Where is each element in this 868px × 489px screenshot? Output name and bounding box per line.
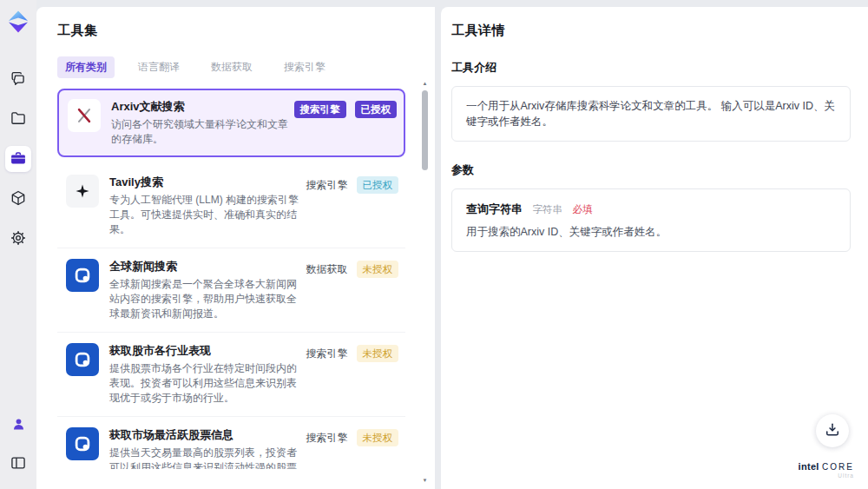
param-required-badge: 必填 [572,204,592,215]
app-logo-icon[interactable] [5,9,31,35]
tool-category-badge: 数据获取 [306,262,348,277]
param-type: 字符串 [532,204,562,215]
intro-text: 一个用于从Arxiv存储库搜索科学论文和文章的工具。 输入可以是Arxiv ID… [466,98,836,129]
detail-panel: 工具详情 工具介绍 一个用于从Arxiv存储库搜索科学论文和文章的工具。 输入可… [441,7,868,489]
tool-card[interactable]: Arxiv文献搜索访问各个研究领域大量科学论文和文章的存储库。搜索引擎已授权 [57,89,405,157]
tool-status-badge: 未授权 [357,261,399,278]
intro-box: 一个用于从Arxiv存储库搜索科学论文和文章的工具。 输入可以是Arxiv ID… [451,86,851,142]
param-name: 查询字符串 [466,202,523,215]
tool-desc: 提供股票市场各个行业在特定时间段内的表现。投资者可以利用这些信息来识别表现优于或… [109,361,306,406]
param-desc: 用于搜索的Arxiv ID、关键字或作者姓名。 [466,225,836,240]
tool-card[interactable]: 获取股市各行业表现提供股票市场各个行业在特定时间段内的表现。投资者可以利用这些信… [57,333,405,417]
tool-card[interactable]: 获取市场最活跃股票信息提供当天交易量最高的股票列表，投资者可以利用这些信息来识别… [57,417,405,469]
nav-account-button[interactable] [5,413,31,439]
tool-category-badge: 搜索引擎 [306,178,348,193]
gear-icon [10,229,27,249]
intel-core-logo: intel CORE Ultra [799,461,854,479]
tool-name: 全球新闻搜索 [109,259,306,274]
tool-desc: 全球新闻搜索是一个聚合全球各大新闻网站内容的搜索引擎，帮助用户快速获取全球最新资… [109,277,306,321]
tool-list: Arxiv文献搜索访问各个研究领域大量科学论文和文章的存储库。搜索引擎已授权Ta… [57,89,418,469]
briefcase-icon [10,149,27,169]
chat-icon [10,69,27,89]
tool-name: Arxiv文献搜索 [111,99,294,115]
tool-desc: 专为人工智能代理 (LLM) 构建的搜索引擎工具。可快速提供实时、准确和真实的结… [109,193,306,237]
param-box: 查询字符串 字符串 必填 用于搜索的Arxiv ID、关键字或作者姓名。 [451,188,851,252]
tool-status-badge: 已授权 [357,176,399,194]
tool-category-badge: 搜索引擎 [306,431,348,446]
arxiv-tool-icon [68,99,101,132]
params-heading: 参数 [451,162,851,178]
intro-heading: 工具介绍 [451,60,851,76]
folder-icon [10,109,27,129]
tavily-tool-icon [66,175,99,208]
tool-status-badge: 已授权 [355,101,398,118]
tool-name: 获取市场最活跃股票信息 [109,427,306,443]
download-icon [824,421,841,441]
category-tabs: 所有类别语言翻译数据获取搜索引擎 [57,56,418,78]
tool-category-badge: 搜索引擎 [294,101,346,118]
tool-desc: 提供当天交易量最高的股票列表，投资者可以利用这些信息来识别流动性强的股票和潜在的… [109,446,306,469]
page-title: 工具集 [57,23,418,39]
param-head: 查询字符串 字符串 必填 [466,201,836,217]
scroll-up-icon[interactable]: ▲ [421,80,429,87]
tab-2[interactable]: 数据获取 [203,56,260,78]
tool-category-badge: 搜索引擎 [306,347,348,361]
tool-name: 获取股市各行业表现 [109,343,306,359]
tool-status-badge: 未授权 [357,429,399,446]
scrollbar-thumb[interactable] [422,90,428,170]
qnews-tool-icon [66,427,99,460]
tool-name: Tavily搜索 [109,175,306,190]
tools-panel: 工具集 所有类别语言翻译数据获取搜索引擎 Arxiv文献搜索访问各个研究领域大量… [36,7,435,489]
tab-3[interactable]: 搜索引擎 [276,56,333,78]
qnews-tool-icon [66,343,99,376]
tool-card[interactable]: Tavily搜索专为人工智能代理 (LLM) 构建的搜索引擎工具。可快速提供实时… [57,164,405,248]
tab-1[interactable]: 语言翻译 [130,56,187,78]
brand-sub: Ultra [799,472,854,479]
nav-files-button[interactable] [5,106,31,132]
rail-bottom [5,413,31,477]
user-icon [10,416,27,435]
nav-settings-button[interactable] [5,226,31,252]
download-button[interactable] [816,414,849,447]
panel-icon [10,454,27,474]
nav-tools-button[interactable] [5,146,31,172]
scrollbar[interactable]: ▲ ▼ [421,80,429,484]
rail-nav [5,66,31,252]
tab-0[interactable]: 所有类别 [57,56,115,78]
scroll-down-icon[interactable]: ▼ [421,477,429,484]
brand-intel: intel [799,461,819,472]
tool-card[interactable]: 全球新闻搜索全球新闻搜索是一个聚合全球各大新闻网站内容的搜索引擎，帮助用户快速获… [57,248,405,333]
tool-status-badge: 未授权 [357,345,399,362]
detail-title: 工具详情 [451,23,851,39]
cube-icon [10,189,27,209]
nav-rail [0,0,36,489]
tool-desc: 访问各个研究领域大量科学论文和文章的存储库。 [111,117,294,147]
nav-models-button[interactable] [5,186,31,212]
brand-core: CORE [822,462,854,472]
nav-collapse-button[interactable] [5,451,31,477]
app-root: 工具集 所有类别语言翻译数据获取搜索引擎 Arxiv文献搜索访问各个研究领域大量… [0,0,868,489]
qnews-tool-icon [66,259,99,292]
nav-chat-button[interactable] [5,66,31,92]
